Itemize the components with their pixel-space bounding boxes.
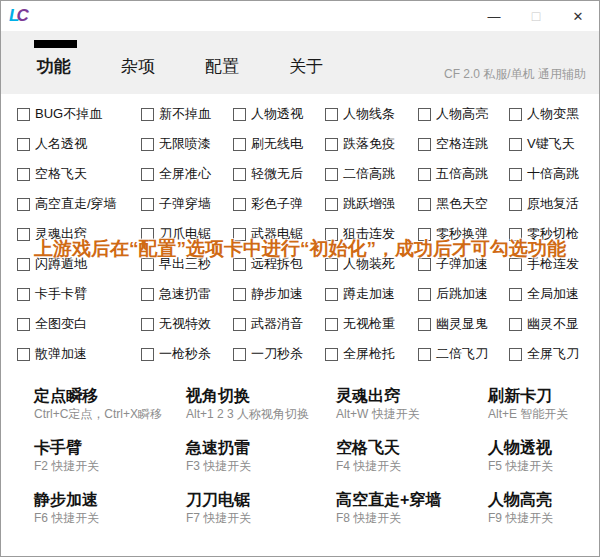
checkbox-icon <box>325 108 338 121</box>
tab-features[interactable]: 功能 <box>37 55 71 78</box>
feature-checkbox[interactable]: 子弹加速 <box>418 249 509 279</box>
feature-checkbox[interactable]: 全局加速 <box>509 279 599 309</box>
feature-label: 二倍飞刀 <box>436 345 488 363</box>
feature-checkbox[interactable]: 全图变白 <box>17 309 141 339</box>
checkbox-icon <box>233 318 246 331</box>
feature-checkbox[interactable]: 武器消音 <box>233 309 325 339</box>
feature-checkbox[interactable]: 后跳加速 <box>418 279 509 309</box>
hotkey-item: 人物透视 F5 快捷开关 <box>488 437 599 475</box>
tab-misc[interactable]: 杂项 <box>121 55 155 78</box>
hotkey-shortcut: Alt+E 智能开关 <box>488 406 599 423</box>
feature-checkbox[interactable]: 一枪秒杀 <box>141 339 233 369</box>
hotkey-shortcut: F9 快捷开关 <box>488 510 599 527</box>
feature-label: 一枪秒杀 <box>159 345 211 363</box>
feature-checkbox[interactable]: 跌落免疫 <box>325 129 418 159</box>
active-tab-indicator <box>34 40 77 48</box>
feature-checkbox[interactable]: 一刀秒杀 <box>233 339 325 369</box>
feature-checkbox[interactable]: 空格连跳 <box>418 129 509 159</box>
feature-checkbox[interactable]: 武器电锯 <box>233 219 325 249</box>
feature-checkbox[interactable]: 全屏枪托 <box>325 339 418 369</box>
checkbox-icon <box>233 348 246 361</box>
feature-checkbox[interactable]: 无视枪重 <box>325 309 418 339</box>
feature-checkbox[interactable]: 人物装死 <box>325 249 418 279</box>
feature-checkbox[interactable]: 狙击连发 <box>325 219 418 249</box>
feature-checkbox[interactable]: 灵魂出窍 <box>17 219 141 249</box>
checkbox-icon <box>418 138 431 151</box>
feature-label: 轻微无后 <box>251 165 303 183</box>
feature-checkbox[interactable]: 彩色子弹 <box>233 189 325 219</box>
feature-label: 十倍高跳 <box>527 165 579 183</box>
hotkey-title: 视角切换 <box>186 385 336 406</box>
minimize-button[interactable]: — <box>473 1 515 31</box>
hotkey-shortcut: F8 快捷开关 <box>336 510 488 527</box>
feature-checkbox[interactable]: 急速扔雷 <box>141 279 233 309</box>
feature-label: 全屏飞刀 <box>527 345 579 363</box>
hotkey-item: 灵魂出窍 Alt+W 快捷开关 <box>336 385 488 423</box>
hotkey-title: 高空直走+穿墙 <box>336 489 488 510</box>
feature-label: 人物变黑 <box>527 105 579 123</box>
feature-checkbox[interactable]: 全屏飞刀 <box>509 339 599 369</box>
checkbox-icon <box>17 318 30 331</box>
feature-label: BUG不掉血 <box>35 105 102 123</box>
feature-checkbox[interactable]: 零秒切枪 <box>509 219 599 249</box>
checkbox-icon <box>141 318 154 331</box>
hotkey-item: 刀刀电锯 F7 快捷开关 <box>186 489 336 527</box>
feature-checkbox[interactable]: 散弹加速 <box>17 339 141 369</box>
feature-label: 全屏准心 <box>159 165 211 183</box>
feature-checkbox[interactable]: 新不掉血 <box>141 99 233 129</box>
hotkey-item: 视角切换 Alt+1 2 3 人称视角切换 <box>186 385 336 423</box>
close-button[interactable]: ✕ <box>557 1 599 31</box>
feature-checkbox[interactable]: 早出三秒 <box>141 249 233 279</box>
feature-checkbox[interactable]: 无限喷漆 <box>141 129 233 159</box>
tab-config[interactable]: 配置 <box>205 55 239 78</box>
feature-checkbox[interactable]: 刀爪电锯 <box>141 219 233 249</box>
feature-checkbox[interactable]: 空格飞天 <box>17 159 141 189</box>
feature-checkbox[interactable]: 二倍高跳 <box>325 159 418 189</box>
feature-checkbox[interactable]: 跳跃增强 <box>325 189 418 219</box>
feature-checkbox[interactable]: 幽灵显鬼 <box>418 309 509 339</box>
feature-checkbox[interactable]: 闪蹲遁地 <box>17 249 141 279</box>
feature-checkbox[interactable]: 人物变黑 <box>509 99 599 129</box>
feature-checkbox[interactable]: 远程拆包 <box>233 249 325 279</box>
feature-checkbox[interactable]: BUG不掉血 <box>17 99 141 129</box>
feature-checkbox[interactable]: 零秒换弹 <box>418 219 509 249</box>
feature-checkbox[interactable]: 手枪连发 <box>509 249 599 279</box>
tab-about[interactable]: 关于 <box>289 55 323 78</box>
feature-checkbox[interactable]: 人名透视 <box>17 129 141 159</box>
feature-checkbox[interactable]: 幽灵不显 <box>509 309 599 339</box>
feature-checkbox[interactable]: 无视特效 <box>141 309 233 339</box>
checkbox-icon <box>141 138 154 151</box>
feature-label: 全屏枪托 <box>343 345 395 363</box>
feature-label: 后跳加速 <box>436 285 488 303</box>
checkbox-icon <box>325 228 338 241</box>
feature-checkbox[interactable]: 人物线条 <box>325 99 418 129</box>
feature-checkbox[interactable]: 子弹穿墙 <box>141 189 233 219</box>
feature-label: 早出三秒 <box>159 255 211 273</box>
feature-checkbox[interactable]: 静步加速 <box>233 279 325 309</box>
feature-checkbox[interactable]: 原地复活 <box>509 189 599 219</box>
checkbox-icon <box>418 168 431 181</box>
feature-checkbox[interactable]: 全屏准心 <box>141 159 233 189</box>
feature-checkbox[interactable]: 高空直走/穿墙 <box>17 189 141 219</box>
feature-checkbox[interactable]: 黑色天空 <box>418 189 509 219</box>
feature-label: 黑色天空 <box>436 195 488 213</box>
feature-label: 人物装死 <box>343 255 395 273</box>
feature-label: 原地复活 <box>527 195 579 213</box>
checkbox-icon <box>17 108 30 121</box>
hotkey-shortcut: Alt+1 2 3 人称视角切换 <box>186 406 336 423</box>
feature-checkbox[interactable]: 二倍飞刀 <box>418 339 509 369</box>
checkbox-icon <box>141 198 154 211</box>
hotkey-shortcut: F3 快捷开关 <box>186 458 336 475</box>
feature-checkbox[interactable]: 人物高亮 <box>418 99 509 129</box>
maximize-button[interactable]: □ <box>515 1 557 31</box>
feature-checkbox[interactable]: V键飞天 <box>509 129 599 159</box>
feature-label: V键飞天 <box>527 135 575 153</box>
feature-checkbox[interactable]: 五倍高跳 <box>418 159 509 189</box>
feature-checkbox[interactable]: 卡手卡臂 <box>17 279 141 309</box>
feature-checkbox[interactable]: 轻微无后 <box>233 159 325 189</box>
feature-checkbox[interactable]: 刷无线电 <box>233 129 325 159</box>
feature-checkbox[interactable]: 十倍高跳 <box>509 159 599 189</box>
feature-checkbox[interactable]: 蹲走加速 <box>325 279 418 309</box>
feature-checkbox[interactable]: 人物透视 <box>233 99 325 129</box>
checkbox-icon <box>141 258 154 271</box>
